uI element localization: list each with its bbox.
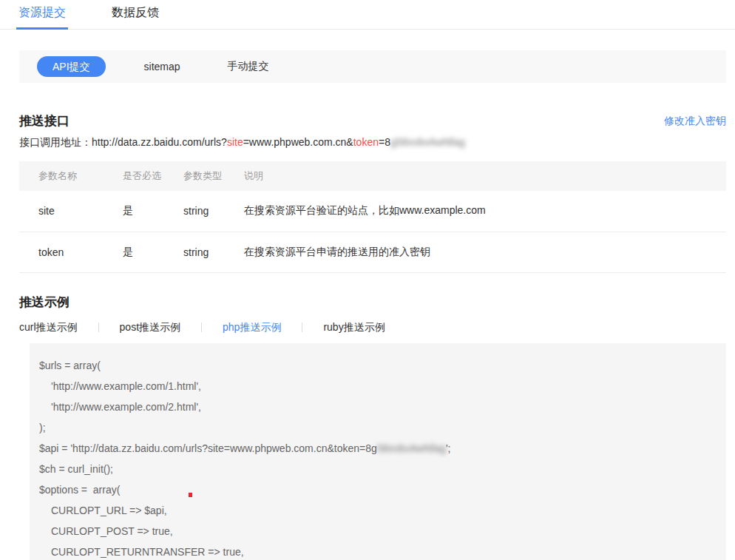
tab-separator [201, 323, 202, 332]
code-line: 'http://www.example.com/2.html', [39, 397, 719, 417]
api-url-prefix: http://data.zz.baidu.com/urls? [92, 136, 227, 148]
example-tab-post[interactable]: post推送示例 [120, 321, 180, 334]
api-token-param: token [353, 136, 379, 148]
push-api-section-head: 推送接口 修改准入密钥 [19, 112, 726, 129]
col-description: 说明 [244, 161, 726, 191]
top-nav-tabs: 资源提交 数据反馈 [0, 0, 735, 30]
code-line-api: $api = 'http://data.zz.baidu.com/urls?si… [39, 438, 719, 459]
code-token-blurred: 58xvbvAwNfag [377, 442, 446, 454]
param-name: site [19, 191, 123, 232]
table-row-token: token 是 string 在搜索资源平台申请的推送用的准入密钥 [19, 232, 726, 272]
push-examples-title: 推送示例 [19, 294, 726, 311]
example-tab-php[interactable]: php推送示例 [223, 321, 281, 334]
params-table: 参数名称 是否必选 参数类型 说明 site 是 string 在搜索资源平台验… [19, 161, 726, 273]
api-token-visible: =8 [379, 136, 390, 148]
modify-access-key-link[interactable]: 修改准入密钥 [664, 115, 726, 128]
example-tab-ruby[interactable]: ruby推送示例 [323, 321, 385, 334]
params-header-row: 参数名称 是否必选 参数类型 说明 [19, 161, 726, 191]
tab-resource-submit[interactable]: 资源提交 [16, 0, 68, 29]
php-example-code-block: $urls = array( 'http://www.example.com/1… [30, 343, 726, 560]
api-token-blurred: g58xvbvAwNfag [390, 136, 465, 148]
code-line: CURLOPT_RETURNTRANSFER => true, [39, 542, 719, 560]
code-line: 'http://www.example.com/1.html', [39, 376, 719, 397]
api-address-label: 接口调用地址： [19, 136, 92, 148]
code-line: $urls = array( [39, 355, 719, 376]
tab-data-feedback[interactable]: 数据反馈 [109, 0, 161, 29]
api-site-param: site [227, 136, 243, 148]
col-param-name: 参数名称 [19, 161, 123, 191]
param-type: string [183, 191, 244, 232]
example-tabs: curl推送示例 post推送示例 php推送示例 ruby推送示例 [19, 321, 726, 334]
code-line: $options = array( [39, 479, 719, 500]
code-line: CURLOPT_POST => true, [39, 521, 719, 542]
api-site-value: =www.phpweb.com.cn& [243, 136, 353, 148]
api-call-address: 接口调用地址：http://data.zz.baidu.com/urls?sit… [19, 135, 726, 149]
method-tab-sitemap[interactable]: sitemap [144, 61, 180, 72]
code-line: $ch = curl_init(); [39, 459, 719, 479]
code-api-suffix: '; [446, 442, 451, 454]
submit-method-bar: API提交 sitemap 手动提交 [19, 50, 726, 83]
col-required: 是否必选 [123, 161, 183, 191]
red-artifact-dot [189, 493, 192, 497]
code-line: ); [39, 417, 719, 438]
code-line: CURLOPT_URL => $api, [39, 500, 719, 521]
param-desc: 在搜索资源平台验证的站点，比如www.example.com [244, 191, 726, 232]
param-type: string [183, 232, 244, 272]
code-api-prefix: $api = 'http://data.zz.baidu.com/urls?si… [39, 442, 377, 454]
method-tab-manual-submit[interactable]: 手动提交 [228, 60, 269, 73]
param-required: 是 [123, 191, 183, 232]
example-tab-curl[interactable]: curl推送示例 [19, 321, 78, 334]
col-param-type: 参数类型 [183, 161, 244, 191]
method-tab-api-submit[interactable]: API提交 [37, 56, 106, 77]
push-api-title: 推送接口 [19, 112, 70, 129]
param-desc: 在搜索资源平台申请的推送用的准入密钥 [244, 232, 726, 272]
tab-separator [98, 323, 99, 332]
table-row-site: site 是 string 在搜索资源平台验证的站点，比如www.example… [19, 191, 726, 232]
tab-separator [302, 323, 302, 332]
param-name: token [19, 232, 123, 272]
main-content: API提交 sitemap 手动提交 推送接口 修改准入密钥 接口调用地址：ht… [19, 50, 726, 560]
param-required: 是 [123, 232, 183, 272]
